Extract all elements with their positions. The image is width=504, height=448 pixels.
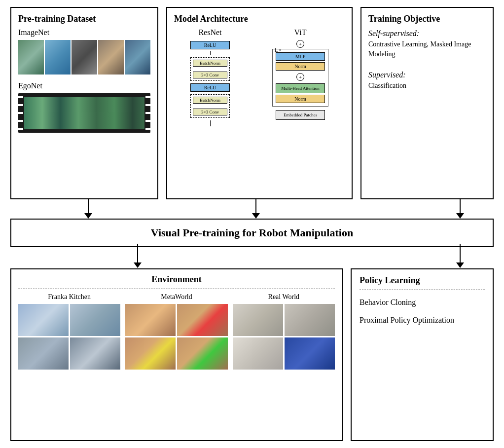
objective-box: Training Objective Self-supervised: Cont… <box>360 7 494 199</box>
main-diagram: Pre-training Dataset ImageNet EgoNet Mod… <box>10 7 494 441</box>
metaworld-section: MetaWorld <box>125 293 227 370</box>
realworld-grid <box>233 304 335 370</box>
rn-connector <box>210 120 211 126</box>
self-supervised-label: Self-supervised: <box>368 29 486 38</box>
policy-box: Policy Learning Behavior Cloning Proxima… <box>351 268 494 441</box>
imagenet-cell-4 <box>98 40 124 75</box>
vit-lx-label: L × <box>275 47 282 53</box>
vit-plus-top: + <box>296 40 304 48</box>
objective-title: Training Objective <box>368 14 486 24</box>
franka-cell-2 <box>70 304 120 336</box>
shaft-4 <box>137 244 139 262</box>
supervised-section: Supervised: Classification <box>368 71 486 91</box>
rw-cell-1 <box>233 304 283 336</box>
rn-relu-2: ReLU <box>190 83 230 92</box>
vit-outer-block: L × MLP Norm + Multi-Head Attention Norm <box>272 49 328 107</box>
metaworld-grid <box>125 304 227 370</box>
shaft-3 <box>460 199 461 213</box>
mw-cell-2 <box>177 304 227 336</box>
imagenet-images <box>18 40 150 75</box>
connector-top: Visual Pre-training for Robot Manipulati… <box>10 199 494 244</box>
self-supervised-section: Self-supervised: Contrastive Learning, M… <box>368 29 486 59</box>
pretraining-title: Pre-training Dataset <box>18 14 150 24</box>
egonet-label: EgoNet <box>18 81 150 90</box>
realworld-section: Real World <box>233 293 335 370</box>
imagenet-cell-1 <box>18 40 44 75</box>
imagenet-label: ImageNet <box>18 28 150 37</box>
rn-conv-1: 3×3 Conv <box>193 72 227 78</box>
mw-cell-3 <box>125 337 176 370</box>
arrow-objective-up <box>456 199 464 219</box>
imagenet-cell-3 <box>72 40 97 75</box>
mw-cell-1 <box>125 304 176 336</box>
rn-batchnorm-2: BatchNorm <box>193 97 227 104</box>
franka-cell-1 <box>18 304 69 336</box>
rn-dashed-group-2: BatchNorm 3×3 Conv <box>190 94 230 118</box>
head-4 <box>134 262 142 268</box>
franka-section: Franka Kitchen <box>18 293 120 370</box>
arrow-model-up <box>252 199 260 219</box>
film-hand <box>24 97 144 129</box>
pretraining-box: Pre-training Dataset ImageNet EgoNet <box>10 7 158 199</box>
model-title: Model Architecture <box>174 14 345 24</box>
vit-mlp: MLP <box>276 52 325 61</box>
rw-cell-4 <box>285 337 335 370</box>
resnet-diagram: ReLU BatchNorm 3×3 Conv ReLU BatchNorm <box>190 41 230 126</box>
metaworld-label: MetaWorld <box>161 293 192 301</box>
franka-label: Franka Kitchen <box>48 293 91 301</box>
policy-title: Policy Learning <box>360 275 485 290</box>
supervised-text: Classification <box>368 81 486 91</box>
franka-cell-3 <box>18 337 69 370</box>
arrow-to-env <box>134 244 142 268</box>
rn-batchnorm-1: BatchNorm <box>193 60 227 67</box>
top-row: Pre-training Dataset ImageNet EgoNet Mod… <box>10 7 494 199</box>
shaft-1 <box>88 199 89 213</box>
vit-mha: Multi-Head Attention <box>276 83 325 93</box>
arrow-pretraining-up <box>84 199 92 219</box>
head-1 <box>84 213 92 219</box>
realworld-label: Real World <box>268 293 300 301</box>
vit-gap2 <box>276 71 325 72</box>
shaft-2 <box>255 199 257 213</box>
mw-cell-4 <box>177 337 227 370</box>
vit-diagram: + L × MLP Norm + Multi-Head Attention No… <box>272 40 328 120</box>
film-inner <box>24 97 144 129</box>
rn-dashed-group: BatchNorm 3×3 Conv <box>190 57 230 81</box>
franka-cell-4 <box>70 337 120 370</box>
rw-cell-2 <box>285 304 335 336</box>
shaft-5 <box>460 244 461 262</box>
vit-norm-2: Norm <box>276 95 325 103</box>
bottom-row: Environment Franka Kitchen MetaWorld <box>10 268 494 441</box>
env-sections: Franka Kitchen MetaWorld <box>18 293 335 370</box>
egonet-film-strip <box>18 93 150 133</box>
imagenet-cell-2 <box>45 40 71 75</box>
arch-row: ResNet ReLU BatchNorm 3×3 Conv ReLU <box>174 28 345 126</box>
self-supervised-text: Contrastive Learning, Masked Image Model… <box>368 39 486 59</box>
vit-section: ViT + L × MLP Norm + Multi-Head Attentio… <box>272 28 328 126</box>
environment-title: Environment <box>18 274 335 289</box>
rn-conv-2: 3×3 Conv <box>193 109 227 115</box>
vit-norm-1: Norm <box>276 62 325 71</box>
environment-box: Environment Franka Kitchen MetaWorld <box>10 268 343 441</box>
rn-relu-1: ReLU <box>190 41 230 49</box>
head-3 <box>456 213 464 219</box>
vit-embed: Embedded Patches <box>276 110 325 120</box>
supervised-label: Supervised: <box>368 71 486 79</box>
banner-title: Visual Pre-training for Robot Manipulati… <box>21 226 483 239</box>
vit-label: ViT <box>272 28 328 37</box>
franka-grid <box>18 304 120 370</box>
arrow-to-policy <box>456 244 464 268</box>
policy-item-2: Proximal Policy Optimization <box>360 315 485 326</box>
head-5 <box>456 262 464 268</box>
imagenet-cell-5 <box>125 40 150 75</box>
banner-box: Visual Pre-training for Robot Manipulati… <box>10 219 494 247</box>
resnet-section: ResNet ReLU BatchNorm 3×3 Conv ReLU <box>190 28 230 126</box>
head-2 <box>252 213 260 219</box>
rw-cell-3 <box>233 337 283 370</box>
resnet-label: ResNet <box>190 28 230 37</box>
bottom-arrows-area <box>10 244 494 268</box>
model-box: Model Architecture ResNet ReLU BatchNorm… <box>166 7 353 199</box>
policy-item-1: Behavior Cloning <box>360 297 485 308</box>
vit-plus-mid: + <box>296 73 304 81</box>
